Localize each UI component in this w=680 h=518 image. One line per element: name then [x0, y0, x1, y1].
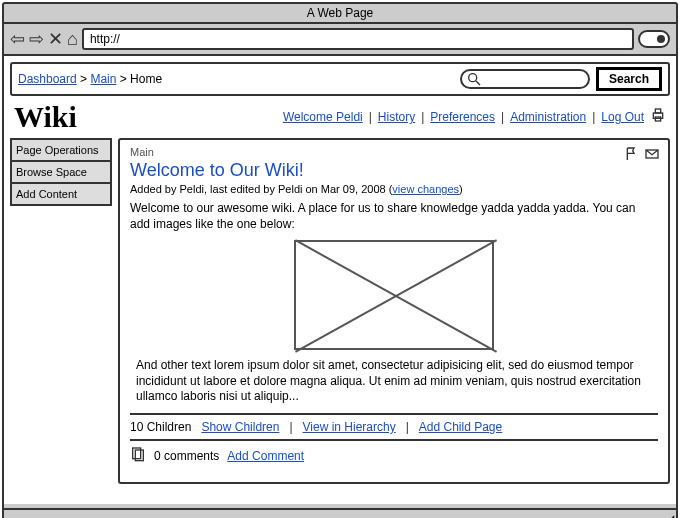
site-logo: Wiki — [14, 100, 77, 134]
resize-grip-icon[interactable]: ◢ — [665, 512, 674, 518]
home-button[interactable]: ⌂ — [67, 29, 78, 50]
search-button[interactable]: Search — [596, 67, 662, 91]
sidebar-add-content[interactable]: Add Content — [10, 182, 112, 206]
header-row: Wiki Welcome Peldi| History| Preferences… — [10, 100, 670, 134]
sidebar-browse-space[interactable]: Browse Space — [10, 160, 112, 184]
breadcrumb: Dashboard > Main > Home — [18, 72, 454, 86]
add-child-page-link[interactable]: Add Child Page — [419, 420, 502, 434]
window-title: A Web Page — [4, 4, 676, 24]
add-comment-link[interactable]: Add Comment — [227, 449, 304, 463]
search-input[interactable] — [460, 69, 590, 89]
search-icon — [466, 71, 482, 87]
breadcrumb-home: Home — [130, 72, 162, 86]
byline: Added by Peldi, last edited by Peldi on … — [130, 183, 658, 195]
flag-icon[interactable] — [624, 146, 640, 165]
main-area: Page Operations Browse Space Add Content… — [10, 138, 670, 484]
image-placeholder — [294, 240, 494, 350]
view-changes-link[interactable]: view changes — [392, 183, 459, 195]
svg-line-1 — [476, 81, 480, 85]
children-bar: 10 Children Show Children| View in Hiera… — [130, 413, 658, 434]
back-button[interactable]: ⇦ — [10, 28, 25, 50]
header-links: Welcome Peldi| History| Preferences| Adm… — [77, 107, 666, 128]
comments-bar: 0 comments Add Comment — [130, 439, 658, 466]
breadcrumb-main[interactable]: Main — [90, 72, 116, 86]
body-text: And other text lorem ipsum dolor sit ame… — [130, 358, 658, 405]
browser-window: A Web Page ⇦ ⇨ ✕ ⌂ Dashboard > Main > Ho… — [2, 2, 678, 518]
top-bar: Dashboard > Main > Home Search — [10, 62, 670, 96]
link-welcome[interactable]: Welcome Peldi — [283, 110, 363, 124]
stop-button[interactable]: ✕ — [48, 28, 63, 50]
show-children-link[interactable]: Show Children — [201, 420, 279, 434]
content-panel: Main Welcome to Our Wiki! Added by Peldi… — [118, 138, 670, 484]
print-icon[interactable] — [650, 107, 666, 128]
svg-point-0 — [469, 74, 477, 82]
browser-toolbar: ⇦ ⇨ ✕ ⌂ — [4, 24, 676, 54]
forward-button[interactable]: ⇨ — [29, 28, 44, 50]
sidebar-page-operations[interactable]: Page Operations — [10, 138, 112, 162]
panel-breadcrumb: Main — [130, 146, 658, 158]
svg-rect-3 — [655, 109, 660, 113]
sidebar: Page Operations Browse Space Add Content — [10, 138, 112, 484]
go-button[interactable] — [638, 30, 670, 48]
status-bar: ◢ — [4, 508, 676, 518]
intro-text: Welcome to our awesome wiki. A place for… — [130, 201, 658, 232]
children-count: 10 Children — [130, 420, 191, 434]
page-title: Welcome to Our Wiki! — [130, 160, 658, 181]
comments-icon — [130, 446, 146, 466]
link-preferences[interactable]: Preferences — [430, 110, 495, 124]
breadcrumb-dashboard[interactable]: Dashboard — [18, 72, 77, 86]
view-hierarchy-link[interactable]: View in Hierarchy — [303, 420, 396, 434]
page-content: Dashboard > Main > Home Search Wiki Welc… — [4, 54, 676, 504]
link-history[interactable]: History — [378, 110, 415, 124]
link-logout[interactable]: Log Out — [601, 110, 644, 124]
comments-count: 0 comments — [154, 449, 219, 463]
link-administration[interactable]: Administration — [510, 110, 586, 124]
url-input[interactable] — [82, 28, 634, 50]
mail-icon[interactable] — [644, 146, 660, 165]
